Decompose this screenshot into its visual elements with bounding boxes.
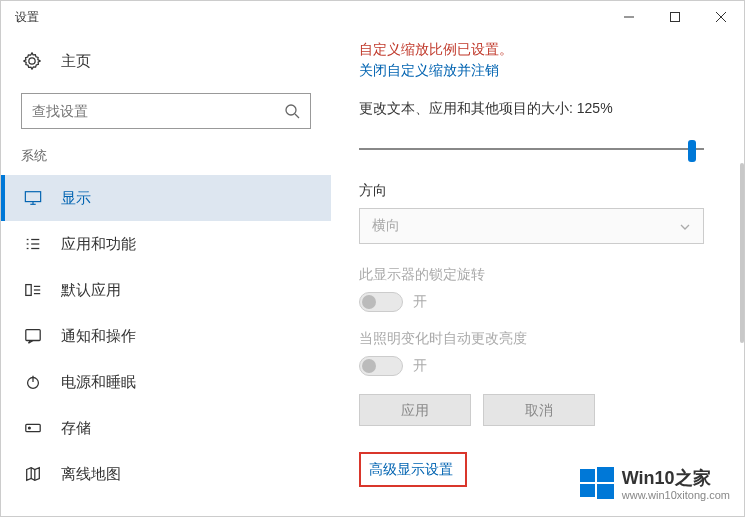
- toggle-state: 开: [413, 293, 427, 311]
- nav-item-display[interactable]: 显示: [1, 175, 331, 221]
- search-box[interactable]: [21, 93, 311, 129]
- scale-slider[interactable]: [359, 138, 704, 160]
- nav-item-default-apps[interactable]: 默认应用: [1, 267, 331, 313]
- close-button[interactable]: [698, 1, 744, 33]
- toggle-pill: [359, 292, 403, 312]
- titlebar: 设置: [1, 1, 744, 33]
- disable-scaling-link[interactable]: 关闭自定义缩放并注销: [359, 62, 499, 80]
- nav-label: 电源和睡眠: [61, 373, 136, 392]
- advanced-highlight-box: 高级显示设置: [359, 452, 467, 487]
- apply-button[interactable]: 应用: [359, 394, 471, 426]
- svg-point-23: [29, 427, 31, 429]
- nav-label: 存储: [61, 419, 91, 438]
- nav-label: 离线地图: [61, 465, 121, 484]
- orientation-value: 横向: [372, 217, 400, 235]
- defaults-icon: [23, 280, 43, 300]
- orientation-dropdown[interactable]: 横向: [359, 208, 704, 244]
- advanced-display-link[interactable]: 高级显示设置: [369, 461, 453, 477]
- monitor-icon: [23, 188, 43, 208]
- map-icon: [23, 464, 43, 484]
- window-buttons: [606, 1, 744, 33]
- search-input[interactable]: [32, 103, 284, 119]
- svg-rect-27: [597, 467, 614, 482]
- slider-thumb[interactable]: [688, 140, 696, 162]
- svg-rect-6: [25, 192, 40, 202]
- nav-label: 应用和功能: [61, 235, 136, 254]
- svg-rect-26: [580, 469, 595, 482]
- minimize-button[interactable]: [606, 1, 652, 33]
- list-icon: [23, 234, 43, 254]
- nav-item-storage[interactable]: 存储: [1, 405, 331, 451]
- svg-rect-19: [26, 330, 40, 341]
- cancel-button[interactable]: 取消: [483, 394, 595, 426]
- scrollbar-thumb[interactable]: [740, 163, 744, 343]
- toggle-state: 开: [413, 357, 427, 375]
- nav-item-power[interactable]: 电源和睡眠: [1, 359, 331, 405]
- content-area: 自定义缩放比例已设置。 关闭自定义缩放并注销 更改文本、应用和其他项目的大小: …: [331, 33, 744, 516]
- section-title: 系统: [1, 147, 331, 175]
- watermark: Win10之家 www.win10xitong.com: [580, 466, 730, 504]
- home-label: 主页: [61, 52, 91, 71]
- svg-line-5: [295, 114, 299, 118]
- svg-rect-29: [597, 484, 614, 499]
- search-icon: [284, 103, 300, 119]
- orientation-label: 方向: [359, 182, 704, 200]
- toggle-pill: [359, 356, 403, 376]
- home-link[interactable]: 主页: [1, 41, 331, 81]
- nav-label: 显示: [61, 189, 91, 208]
- brightness-auto-label: 当照明变化时自动更改亮度: [359, 330, 704, 348]
- left-column: 主页 系统 显示 应用和功能 默认应用 通知和操作 电源和睡眠: [1, 33, 331, 516]
- lock-rotation-toggle: 开: [359, 292, 704, 312]
- gear-icon: [23, 51, 43, 71]
- windows-logo-icon: [580, 466, 614, 504]
- maximize-button[interactable]: [652, 1, 698, 33]
- lock-rotation-label: 此显示器的锁定旋转: [359, 266, 704, 284]
- svg-rect-15: [26, 285, 31, 296]
- nav-item-offline-maps[interactable]: 离线地图: [1, 451, 331, 497]
- chevron-down-icon: [679, 220, 691, 232]
- storage-icon: [23, 418, 43, 438]
- toggle-knob: [362, 295, 376, 309]
- svg-point-4: [286, 105, 296, 115]
- watermark-brand: Win10之家: [622, 469, 711, 489]
- nav-label: 默认应用: [61, 281, 121, 300]
- brightness-auto-toggle: 开: [359, 356, 704, 376]
- slider-track: [359, 148, 704, 150]
- nav-label: 通知和操作: [61, 327, 136, 346]
- notification-icon: [23, 326, 43, 346]
- power-icon: [23, 372, 43, 392]
- scaling-warning: 自定义缩放比例已设置。: [359, 41, 704, 59]
- scale-label: 更改文本、应用和其他项目的大小: 125%: [359, 100, 704, 118]
- scrollbar[interactable]: [740, 33, 745, 516]
- window-title: 设置: [15, 9, 39, 26]
- svg-rect-28: [580, 484, 595, 497]
- nav-item-notifications[interactable]: 通知和操作: [1, 313, 331, 359]
- svg-rect-1: [671, 13, 680, 22]
- nav-item-apps[interactable]: 应用和功能: [1, 221, 331, 267]
- watermark-url: www.win10xitong.com: [622, 489, 730, 501]
- toggle-knob: [362, 359, 376, 373]
